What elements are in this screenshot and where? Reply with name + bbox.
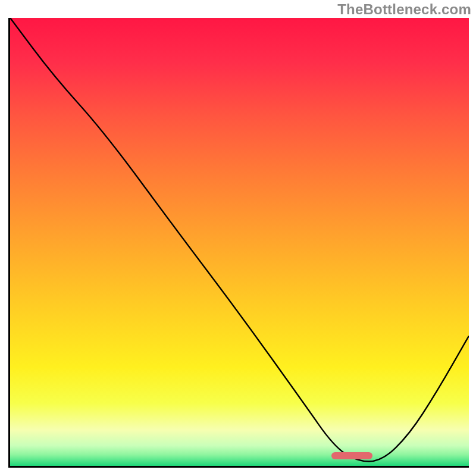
curve-layer [10,18,469,466]
bottleneck-curve [10,18,469,461]
watermark-text: TheBottleneck.com [337,1,471,18]
optimal-range-marker [331,452,372,459]
plot-area [8,18,469,468]
